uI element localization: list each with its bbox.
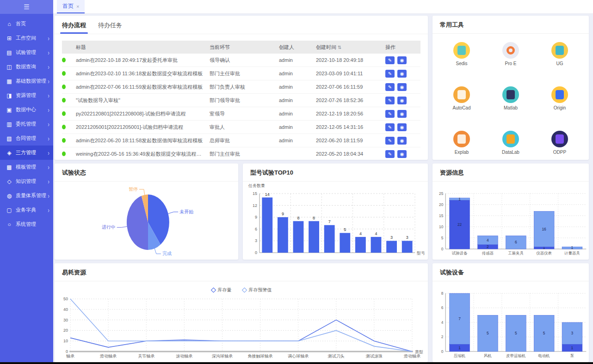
- tool-proe[interactable]: Pro E: [486, 42, 535, 66]
- sidebar-item-knowledge[interactable]: ◇知识管理›: [0, 174, 53, 188]
- segment-value-label: 4: [487, 238, 489, 243]
- knowledge-icon: ◇: [6, 178, 13, 185]
- bar-value-label: 3: [390, 235, 393, 240]
- tool-autocad[interactable]: AutoCad: [437, 86, 486, 110]
- top10-bar[interactable]: [340, 233, 350, 253]
- edit-button[interactable]: ✎: [385, 56, 395, 64]
- line-series-库存量[interactable]: [70, 320, 412, 352]
- top10-bar[interactable]: [402, 241, 413, 253]
- status-cell: [62, 152, 76, 156]
- chevron-right-icon: ›: [48, 35, 49, 42]
- sidebar-item-commission[interactable]: ▥委托管理›: [0, 117, 53, 131]
- segment-value-label: 1: [571, 346, 574, 350]
- x-category-label: 电动机: [538, 353, 550, 358]
- sidebar-item-contract[interactable]: ▧合同管理›: [0, 131, 53, 146]
- stamp-button[interactable]: ◉: [397, 123, 407, 131]
- column-header-time[interactable]: 创建时间⇅: [316, 44, 385, 51]
- stamp-button[interactable]: ◉: [397, 70, 407, 78]
- sidebar-item-template[interactable]: ▩模板管理›: [0, 160, 53, 174]
- tool-origin[interactable]: Origin: [535, 86, 584, 110]
- sidebar-item-workspace[interactable]: ⊞工作空间›: [0, 31, 53, 45]
- edit-button[interactable]: ✎: [385, 97, 395, 104]
- table-row: admin在2023-02-10 11:36:18发起数据提交审核流程模板部门主…: [62, 67, 420, 80]
- chevron-right-icon: ›: [48, 206, 49, 214]
- sedis-app-icon: [453, 42, 470, 59]
- stamp-button[interactable]: ◉: [397, 83, 407, 91]
- status-cell: [62, 138, 76, 143]
- edit-button[interactable]: ✎: [385, 150, 395, 158]
- edit-button[interactable]: ✎: [385, 137, 395, 145]
- chevron-right-icon: ›: [48, 78, 49, 85]
- dictionary-icon: ▢: [6, 207, 13, 213]
- tab-home[interactable]: 首页 ×: [57, 0, 85, 13]
- line-series-库存预警值[interactable]: [70, 299, 412, 352]
- sidebar-item-resource-management[interactable]: ◨资源管理›: [0, 88, 53, 103]
- sidebar-item-dictionary[interactable]: ▢业务字典›: [0, 203, 53, 217]
- tab-bar: 首页 ×: [53, 0, 593, 14]
- test-status-panel: 试验状态 未开始完成进行中暂停: [55, 164, 238, 260]
- sidebar-item-third-party[interactable]: ◈三方管理›: [0, 146, 53, 160]
- stamp-button[interactable]: ◉: [397, 97, 407, 104]
- sidebar-item-test-management[interactable]: ▤试验管理›: [0, 45, 53, 60]
- segment-value-label: 1: [571, 245, 574, 250]
- sort-icon[interactable]: ⇅: [338, 45, 341, 50]
- sidebar-item-data-center[interactable]: ▣数据中心›: [0, 103, 53, 117]
- column-header-creator: 创建人: [279, 44, 316, 51]
- stamp-button[interactable]: ◉: [397, 137, 407, 145]
- tool-ug[interactable]: UG: [535, 42, 584, 66]
- stamp-button[interactable]: ◉: [397, 110, 407, 118]
- edit-button[interactable]: ✎: [385, 70, 395, 78]
- sidebar-item-label: 三方管理: [16, 149, 48, 156]
- y-tick-label: 20: [439, 202, 444, 207]
- window-bottom-edge: [0, 362, 593, 364]
- sidebar-item-data-query[interactable]: ◫数据查询›: [0, 60, 53, 74]
- sidebar-item-home[interactable]: ⌂首页: [0, 17, 53, 31]
- legend-item[interactable]: 库存预警值: [242, 287, 272, 292]
- y-tick-label: 9: [255, 215, 257, 219]
- resource-info-bar-chart: 0510152025221试验设备24传感器6工装夹具116仪器仪表1计量器具: [432, 182, 589, 260]
- stamp-button[interactable]: ◉: [397, 56, 407, 64]
- close-icon[interactable]: ×: [76, 4, 79, 9]
- x-category-label: 仪器仪表: [536, 251, 552, 255]
- top10-bar[interactable]: [371, 237, 382, 253]
- legend-item[interactable]: 库存量: [211, 287, 232, 292]
- status-dot-icon: [62, 152, 66, 156]
- top10-bar[interactable]: [262, 198, 272, 253]
- x-category-label: 压缩机: [454, 353, 465, 358]
- top10-bar[interactable]: [386, 241, 397, 253]
- tool-sedis[interactable]: Sedis: [437, 42, 486, 66]
- cell-creator: admin: [279, 111, 316, 116]
- edit-button[interactable]: ✎: [385, 83, 395, 91]
- tool-odpp[interactable]: ODPP: [535, 131, 584, 155]
- top10-bar[interactable]: [309, 221, 319, 253]
- top10-bar[interactable]: [324, 225, 335, 253]
- top10-bar[interactable]: [278, 217, 288, 253]
- tool-datalab[interactable]: DataLab: [486, 131, 535, 155]
- cell-creator: admin: [279, 97, 316, 103]
- sidebar-item-system-management[interactable]: ○系统管理: [0, 217, 53, 231]
- pie-label-未开始: 未开始: [179, 209, 193, 214]
- tools-grid: SedisPro EUGAutoCadMatlabOriginExplabDat…: [432, 34, 589, 160]
- top10-bar[interactable]: [355, 237, 366, 253]
- sidebar-collapse-button[interactable]: ☰: [0, 0, 53, 14]
- todo-tab-0[interactable]: 待办流程: [62, 21, 86, 34]
- tool-matlab[interactable]: Matlab: [486, 86, 535, 110]
- todo-tab-1[interactable]: 待办任务: [98, 21, 122, 34]
- pie-label-暂停: 暂停: [129, 187, 138, 192]
- edit-button[interactable]: ✎: [385, 123, 395, 131]
- stamp-button[interactable]: ◉: [397, 150, 407, 158]
- sidebar-item-base-data[interactable]: ▦基础数据管理›: [0, 74, 53, 88]
- y-tick-label: 20: [63, 328, 68, 333]
- tool-explab[interactable]: Explab: [437, 131, 486, 155]
- tab-home-label: 首页: [62, 2, 74, 10]
- top10-bar[interactable]: [293, 221, 304, 253]
- legend-label: 库存预警值: [249, 287, 272, 292]
- y-tick-label: 0: [441, 349, 444, 354]
- y-tick-label: 15: [253, 191, 257, 196]
- resource-info-panel: 资源信息 0510152025221试验设备24传感器6工装夹具116仪器仪表1…: [432, 164, 589, 260]
- chevron-right-icon: ›: [48, 164, 49, 171]
- cell-stage: 室领导: [210, 110, 279, 117]
- x-category-label: 深沟球轴承: [212, 354, 233, 358]
- edit-button[interactable]: ✎: [385, 110, 395, 118]
- sidebar-item-quality-system[interactable]: ◍质量体系管理›: [0, 188, 53, 203]
